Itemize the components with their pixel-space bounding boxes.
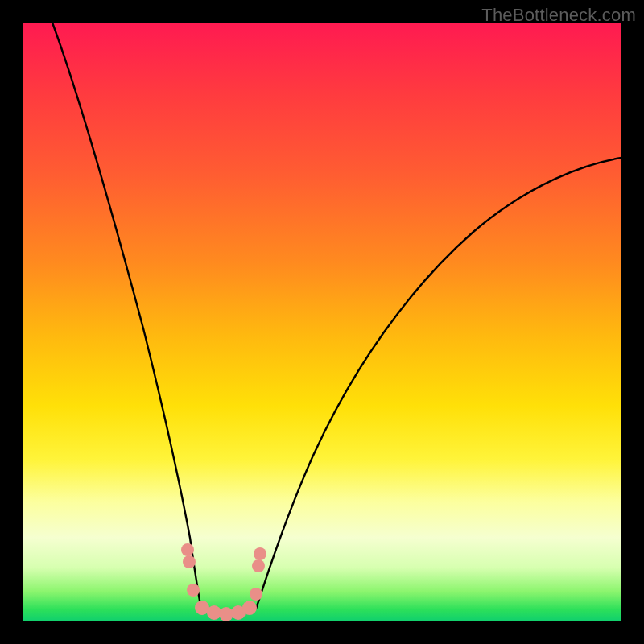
- marker-dot: [252, 559, 265, 572]
- marker-dot: [187, 584, 200, 597]
- marker-dot: [250, 588, 262, 601]
- plot-area: [23, 23, 621, 621]
- marker-dot: [181, 543, 194, 556]
- curve-right-branch: [256, 158, 621, 609]
- marker-dot: [183, 555, 196, 568]
- outer-frame: TheBottleneck.com: [0, 0, 644, 644]
- curve-left-branch: [52, 23, 201, 609]
- marker-group: [181, 543, 266, 621]
- marker-dot: [242, 601, 257, 615]
- marker-dot: [254, 547, 266, 560]
- chart-svg: [23, 23, 621, 621]
